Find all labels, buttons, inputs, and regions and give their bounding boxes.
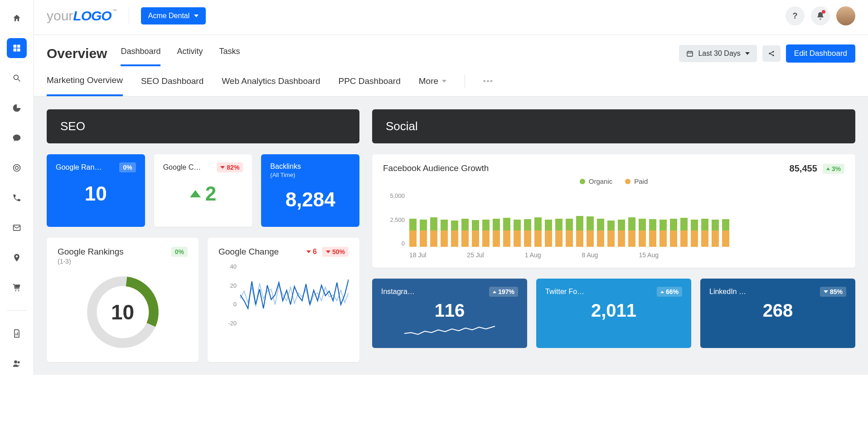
nav-search-icon[interactable]: [7, 68, 27, 88]
caret-up-icon: [660, 291, 664, 293]
legend-swatch-organic: [580, 179, 585, 184]
kpi-badge: 197%: [489, 287, 518, 297]
bar: [722, 219, 729, 247]
bar: [524, 219, 531, 247]
sec-tab-web-analytics[interactable]: Web Analytics Dashboard: [222, 67, 320, 95]
change-indicator: 6: [306, 248, 317, 256]
svg-rect-2: [14, 49, 17, 52]
line-chart: 40 20 0 -20: [218, 263, 349, 327]
tab-tasks[interactable]: Tasks: [219, 40, 240, 66]
bar: [430, 217, 437, 247]
bar: [493, 219, 500, 247]
sec-tab-marketing-overview[interactable]: Marketing Overview: [47, 66, 123, 96]
bar: [555, 219, 563, 247]
kpi-instagram[interactable]: Instagra… 197% 116: [372, 279, 527, 348]
share-button[interactable]: [762, 45, 781, 62]
bar: [514, 220, 521, 247]
nav-location-icon[interactable]: [7, 248, 27, 268]
user-avatar[interactable]: [836, 6, 855, 25]
legend-label-paid: Paid: [634, 177, 648, 185]
logo-tm: ™: [112, 8, 117, 13]
sec-divider: [465, 75, 465, 88]
svg-rect-0: [14, 45, 17, 48]
bar: [712, 220, 719, 247]
svg-point-4: [14, 75, 18, 79]
x-tick: 18 Jul: [409, 251, 426, 259]
nav-users-icon[interactable]: [7, 353, 27, 373]
bar: [534, 217, 542, 247]
help-button[interactable]: ?: [786, 6, 805, 25]
seo-kpi-row: Google Ran… 0% 10 Google C… 82% 2 Backl: [47, 154, 359, 227]
donut-chart: 10: [58, 271, 188, 353]
content-area: SEO Google Ran… 0% 10 Google C… 82%: [34, 97, 868, 375]
bar: [441, 220, 448, 247]
bar: [680, 218, 688, 247]
notifications-button[interactable]: [811, 6, 830, 25]
date-range-label: Last 30 Days: [698, 49, 740, 58]
social-section-header: Social: [372, 109, 855, 143]
bar: [701, 219, 708, 247]
svg-line-5: [18, 79, 20, 82]
tab-dashboard[interactable]: Dashboard: [121, 40, 160, 66]
nav-reports-icon[interactable]: [7, 323, 27, 343]
kpi-twitter[interactable]: Twitter Fo… 66% 2,011: [536, 279, 691, 348]
panel-badge: 50%: [322, 247, 349, 257]
bar: [409, 219, 417, 247]
caret-down-icon: [824, 290, 828, 293]
svg-point-14: [18, 361, 20, 363]
y-tick: 0: [218, 301, 237, 308]
bar: [472, 220, 479, 247]
kpi-backlinks[interactable]: Backlinks (All Time) 8,284: [261, 154, 359, 227]
svg-point-10: [18, 290, 19, 291]
x-tick: 15 Aug: [639, 251, 659, 259]
logo-part2: LOGO: [73, 8, 111, 23]
svg-rect-11: [16, 333, 17, 335]
edit-dashboard-button[interactable]: Edit Dashboard: [786, 44, 855, 63]
x-tick: 1 Aug: [525, 251, 541, 259]
chart-legend: Organic Paid: [383, 177, 844, 185]
nav-cart-icon[interactable]: [7, 278, 27, 298]
client-selector[interactable]: Acme Dental: [141, 7, 206, 25]
topbar: yourLOGO™ Acme Dental ?: [34, 0, 868, 35]
kpi-value: 10: [56, 182, 136, 205]
kpi-linkedin[interactable]: LinkedIn … 85% 268: [700, 279, 855, 348]
facebook-growth-panel[interactable]: Facebook Audience Growth 85,455 3% Organ…: [372, 154, 855, 268]
calendar-icon: [686, 50, 693, 57]
bar: [420, 220, 427, 247]
sec-tab-more[interactable]: More: [419, 67, 446, 95]
kpi-title: Google C…: [163, 163, 201, 172]
caret-up-icon: [190, 190, 201, 197]
kpi-google-change[interactable]: Google C… 82% 2: [154, 154, 252, 227]
kpi-value: 268: [709, 300, 846, 321]
question-icon: ?: [793, 11, 798, 21]
svg-line-23: [770, 54, 772, 55]
kpi-subtitle: (All Time): [270, 172, 350, 178]
nav-chat-icon[interactable]: [7, 128, 27, 148]
y-tick: 5,000: [383, 192, 405, 199]
nav-home-icon[interactable]: [7, 8, 27, 28]
date-range-selector[interactable]: Last 30 Days: [679, 45, 756, 62]
google-rankings-panel[interactable]: Google Rankings (1-3) 0% 10: [47, 238, 199, 362]
tab-activity[interactable]: Activity: [177, 40, 203, 66]
x-tick: 8 Aug: [582, 251, 598, 259]
nav-dashboard-icon[interactable]: [7, 38, 27, 58]
bar: [649, 219, 656, 247]
legend-swatch-paid: [625, 179, 630, 184]
bar: [576, 216, 583, 247]
bar: [607, 221, 615, 247]
sec-tab-seo-dashboard[interactable]: SEO Dashboard: [141, 67, 204, 95]
nav-goals-icon[interactable]: [7, 158, 27, 178]
kpi-value: 2: [163, 182, 243, 205]
nav-calls-icon[interactable]: [7, 188, 27, 208]
bar: [451, 221, 458, 247]
sec-tab-ppc-dashboard[interactable]: PPC Dashboard: [338, 67, 400, 95]
google-change-panel[interactable]: Google Change 6 50% 40 20 0 -20: [208, 238, 359, 362]
share-icon: [768, 50, 775, 57]
kpi-google-rank[interactable]: Google Ran… 0% 10: [47, 154, 145, 227]
bar: [618, 220, 625, 247]
bar: [503, 218, 510, 247]
nav-analytics-icon[interactable]: [7, 98, 27, 118]
nav-mail-icon[interactable]: [7, 218, 27, 238]
more-options-button[interactable]: •••: [483, 77, 494, 85]
y-tick: 20: [218, 282, 237, 289]
